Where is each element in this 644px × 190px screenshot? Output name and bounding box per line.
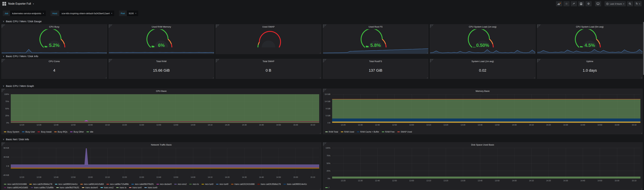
legend-item[interactable]: SWAP Used — [397, 131, 412, 133]
legend-item[interactable]: RAM Used — [341, 131, 354, 133]
save-button[interactable] — [578, 1, 584, 6]
legend-item[interactable]: trans calie0fb370b2f1 — [56, 186, 79, 189]
legend-item[interactable]: Busy System — [4, 131, 19, 133]
panel-info-icon[interactable]: i — [109, 59, 113, 63]
panel-info-icon[interactable]: i — [537, 59, 541, 63]
disk-chart[interactable]: 0%25%50%75%100%12:2012:3012:4012:5013:00… — [324, 147, 641, 182]
legend-item[interactable]: trans docker0 — [82, 186, 98, 189]
panel-info-icon[interactable]: i — [323, 142, 327, 146]
legend-item[interactable]: Busy Other — [70, 131, 84, 133]
legend-item[interactable]: trans cali3f85014e41c — [284, 183, 307, 185]
tv-mode-button[interactable] — [595, 1, 601, 6]
legend-item[interactable]: RAM Total — [325, 131, 338, 133]
panel-info-icon[interactable]: i — [216, 25, 220, 29]
panel-title[interactable]: Memory Basic — [323, 89, 643, 93]
legend-item[interactable]: Busy IRQs — [54, 131, 68, 133]
panel-cpu-cores: i CPU Cores 4 — [1, 59, 107, 79]
panel-cpu-load-1m: i CPU System Load (1m avg) 0.50% — [430, 24, 536, 54]
legend-item[interactable]: recv tun0 — [202, 183, 213, 185]
share-button[interactable] — [571, 1, 577, 6]
panel-title[interactable]: Uptime — [537, 59, 643, 63]
dashboard-grid-icon[interactable] — [2, 2, 6, 6]
refresh-button[interactable]: ↻ ▾ — [634, 1, 642, 6]
panel-info-icon[interactable]: i — [323, 25, 327, 29]
legend-item[interactable]: recv calie0fb370b2f1 — [132, 183, 154, 185]
network-chart[interactable]: -49 KiB0 B49 KiB98 KiB12:2012:3012:4012:… — [2, 147, 320, 178]
star-button[interactable]: ☆ — [564, 1, 570, 6]
resize-handle[interactable] — [640, 132, 642, 134]
legend-item[interactable]: trans ens2 — [100, 186, 114, 189]
legend-item[interactable]: recv cali3f85014e41c — [55, 183, 78, 185]
time-range-picker[interactable]: Last 3 hours ▾ — [604, 1, 626, 6]
legend-item[interactable]: recv cali2fc35b8a178 — [29, 183, 52, 185]
cpu-chart[interactable]: 0%25%50%75%100%12:2012:3012:4012:5013:00… — [2, 93, 320, 126]
variable-port-select[interactable]: 9100 ▾ — [127, 11, 138, 16]
dashboard-title[interactable]: Node Exporter Full — [8, 2, 31, 5]
legend-item[interactable]: trans lo — [116, 186, 126, 189]
legend-item[interactable]: Idle — [86, 131, 93, 133]
panel-title[interactable]: CPU Basic — [2, 89, 321, 93]
resize-handle[interactable] — [319, 188, 321, 189]
legend-item[interactable]: trans cali152241fc666 — [231, 183, 254, 185]
panel-info-icon[interactable]: i — [2, 25, 6, 29]
panel-title[interactable]: Total RootFS — [323, 59, 428, 63]
panel-info-icon[interactable]: i — [109, 25, 113, 29]
legend-item[interactable]: recv cali561442c5d63 — [80, 183, 104, 185]
legend-item[interactable]: trans tunl0 — [144, 186, 157, 189]
panel-info-icon[interactable]: i — [430, 59, 434, 63]
panel-info-icon[interactable]: i — [2, 59, 6, 63]
row-header-gauge[interactable]: ∨ Basic CPU / Mem / Disk Gauge — [3, 20, 42, 23]
panel-info-icon[interactable]: i — [537, 25, 541, 29]
row-header-label: Basic CPU / Mem / Disk Gauge — [6, 20, 42, 23]
settings-button[interactable]: ⚙ — [586, 1, 592, 6]
legend-item[interactable]: Busy Iowait — [38, 131, 52, 133]
variable-host-select[interactable]: scw-k8s-inspiring-shtern-default-0a342be… — [60, 11, 114, 16]
legend-item[interactable]: recv docker0 — [156, 183, 172, 185]
title-caret-icon[interactable]: ▾ — [33, 3, 34, 5]
panel-title[interactable]: CPU System Load (1m avg) — [430, 25, 536, 29]
panel-title[interactable]: CPU Cores — [2, 59, 107, 63]
legend-item[interactable]: recv lo — [189, 183, 199, 185]
panel-info-icon[interactable]: i — [2, 89, 6, 93]
panel-title[interactable]: Network Traffic Basic — [2, 142, 321, 147]
panel-info-icon[interactable]: i — [216, 59, 220, 63]
zoom-out-button[interactable] — [627, 1, 633, 6]
resize-handle[interactable] — [319, 132, 321, 134]
add-panel-button[interactable] — [556, 1, 562, 6]
panel-title[interactable]: CPU System Load (5m avg) — [537, 25, 643, 29]
legend-item[interactable]: RAM Free — [382, 131, 395, 133]
variable-job-select[interactable]: kubernetes-service-endpoints ▾ — [10, 11, 46, 16]
panel-title[interactable]: Total SWAP — [216, 59, 321, 63]
panel-title[interactable]: Used RAM Memory — [109, 25, 214, 29]
legend-item[interactable]: trans cali561442c5d63 — [4, 186, 28, 189]
panel-title[interactable]: Disk Space Used Basic — [323, 142, 643, 147]
legend-item[interactable]: trans tun0 — [129, 186, 142, 189]
legend-item[interactable]: Busy User — [22, 131, 35, 133]
panel-title[interactable]: Used SWAP — [216, 25, 321, 29]
resize-handle[interactable] — [640, 188, 642, 189]
panel-info-icon[interactable]: i — [430, 25, 434, 29]
memory-chart[interactable]: 0 B5 GiB9 GiB14 GiB19 GiB12:2012:3012:40… — [324, 93, 641, 126]
legend-item[interactable]: recv tunl0 — [216, 183, 228, 185]
gauge-value: 5.2% — [2, 43, 107, 48]
legend-item[interactable]: RAM Cache + Buffer — [357, 131, 379, 133]
panel-title[interactable]: Used Root FS — [323, 25, 428, 29]
row-header-graph[interactable]: ∨ Basic CPU / Mem Graph — [3, 84, 34, 87]
legend-item[interactable]: / — [325, 186, 329, 189]
row-header-info[interactable]: ∨ Basic CPU / Mem / Disk Info — [3, 55, 38, 58]
row-header-net[interactable]: ∨ Basic Net / Disk Info — [3, 138, 29, 141]
share-icon — [572, 3, 575, 5]
legend-item[interactable]: recv cali9bc715aff8b — [106, 183, 129, 185]
panel-title[interactable]: System Load (1m avg) — [430, 59, 536, 63]
gauge-value: 5.8% — [323, 43, 428, 48]
panel-info-icon[interactable]: i — [323, 59, 327, 63]
legend-item[interactable]: trans cali9bc715aff8b — [31, 186, 54, 189]
scrollbar[interactable] — [643, 22, 644, 75]
panel-info-icon[interactable]: i — [2, 142, 6, 146]
panel-title[interactable]: Total RAM — [109, 59, 214, 63]
legend-item[interactable]: recv cali152241fc666 — [4, 183, 27, 185]
panel-info-icon[interactable]: i — [323, 89, 327, 93]
legend-item[interactable]: trans cali2fc35b8a178 — [258, 183, 281, 185]
panel-title[interactable]: CPU Busy — [2, 25, 107, 29]
legend-item[interactable]: recv ens2 — [174, 183, 186, 185]
